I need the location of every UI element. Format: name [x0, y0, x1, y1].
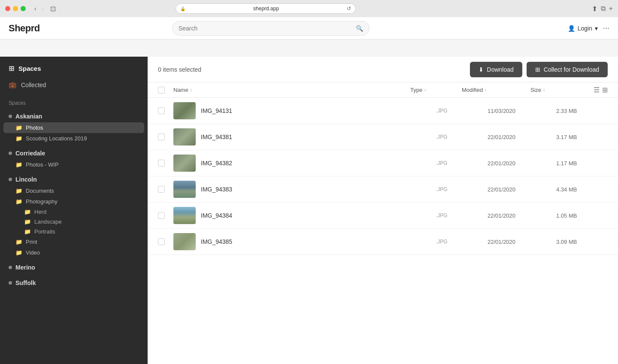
sidebar-subfolder-portraits[interactable]: 📁 Portraits [0, 227, 148, 237]
dot-icon [9, 266, 12, 269]
url-bar[interactable]: 🔒 sheprd.app ↺ [176, 3, 356, 14]
reload-button[interactable]: ↺ [347, 6, 351, 12]
sidebar-item-corriedale[interactable]: Corriedale [0, 147, 148, 159]
url-text: sheprd.app [188, 6, 344, 12]
column-modified[interactable]: Modified ↕ [462, 87, 530, 93]
select-all-check[interactable] [158, 87, 173, 94]
file-modified: 22/01/2020 [488, 160, 556, 167]
sidebar-subfolder-herd[interactable]: 📁 Herd [0, 207, 148, 217]
briefcase-icon: 💼 [9, 81, 17, 89]
close-button[interactable] [5, 6, 10, 11]
row-checkbox[interactable] [158, 238, 165, 245]
share-button[interactable]: ⬆ [592, 5, 597, 13]
search-input[interactable] [179, 25, 352, 32]
space-group-lincoln: Lincoln 📁 Documents 📁 Photography 📁 Herd… [0, 172, 148, 260]
sidebar-folder-photos-wip[interactable]: 📁 Photos - WIP [0, 159, 148, 170]
select-all-checkbox[interactable] [158, 87, 165, 94]
dot-icon [9, 152, 12, 155]
sidebar-spaces-label: Spaces [18, 65, 41, 72]
view-toggle: ☰ ⊞ [582, 86, 608, 94]
sidebar-folder-print[interactable]: 📁 Print [0, 237, 148, 247]
row-checkbox[interactable] [158, 107, 165, 114]
sidebar-item-merino[interactable]: Merino [0, 261, 148, 273]
folder-icon: 📁 [15, 135, 22, 142]
download-icon: ⬇ [479, 66, 484, 73]
row-checkbox[interactable] [158, 133, 165, 140]
file-thumbnail [173, 207, 196, 224]
sidebar-folder-documents[interactable]: 📁 Documents [0, 185, 148, 196]
back-button[interactable]: ‹ [33, 4, 38, 13]
sidebar-collected-label: Collected [21, 82, 46, 88]
sort-modified-icon: ↕ [485, 88, 487, 92]
more-options-button[interactable]: ··· [603, 24, 609, 33]
file-name: IMG_94385 [201, 238, 436, 245]
dot-icon [9, 281, 12, 285]
column-name[interactable]: Name ↕ [173, 87, 410, 93]
table-row[interactable]: IMG_94383 .JPG 22/01/2020 4.34 MB [148, 176, 618, 203]
sort-name-icon: ↕ [190, 88, 192, 92]
grid-view-button[interactable]: ⊞ [602, 86, 608, 94]
sort-type-icon: ↕ [424, 88, 426, 92]
file-type: .JPG [436, 186, 488, 192]
file-size: 3.17 MB [556, 134, 608, 140]
table-row[interactable]: IMG_94131 .JPG 11/03/2020 2.33 MB [148, 98, 618, 124]
below-header: ⊞ Spaces 💼 Collected Spaces Askanian 📁 P… [0, 57, 618, 364]
titlebar-actions: ⬆ ⧉ + [592, 5, 613, 13]
sort-size-icon: ↕ [543, 88, 545, 92]
sidebar-item-lincoln[interactable]: Lincoln [0, 173, 148, 185]
file-name: IMG_94384 [201, 212, 436, 219]
download-button[interactable]: ⬇ Download [470, 62, 522, 77]
sidebar-item-collected[interactable]: 💼 Collected [0, 77, 148, 93]
sidebar-spaces-section-label: Spaces [0, 93, 148, 109]
search-icon[interactable]: 🔍 [356, 25, 363, 32]
add-tab-button[interactable]: + [609, 5, 613, 12]
file-type: .JPG [436, 160, 488, 166]
table-row[interactable]: IMG_94384 .JPG 22/01/2020 1.05 MB [148, 203, 618, 229]
sidebar-subfolder-landscape[interactable]: 📁 Landscape [0, 217, 148, 227]
file-thumbnail [173, 155, 196, 172]
app-header: Sheprd 🔍 👤 Login ▾ ··· [0, 17, 618, 39]
sidebar-item-spaces[interactable]: ⊞ Spaces [0, 60, 148, 77]
file-name: IMG_94383 [201, 186, 436, 193]
row-checkbox[interactable] [158, 186, 165, 193]
file-size: 1.17 MB [556, 160, 608, 167]
file-size: 1.05 MB [556, 212, 608, 219]
minimize-button[interactable] [13, 6, 18, 11]
search-bar[interactable]: 🔍 [172, 21, 370, 36]
sidebar-folder-scouting[interactable]: 📁 Scouting Locations 2019 [0, 133, 148, 144]
new-tab-button[interactable]: ⧉ [601, 5, 606, 12]
file-type: .JPG [436, 134, 488, 140]
table-row[interactable]: IMG_94382 .JPG 22/01/2020 1.17 MB [148, 150, 618, 176]
sidebar-item-askanian[interactable]: Askanian [0, 110, 148, 122]
file-modified: 22/01/2020 [488, 186, 556, 193]
folder-icon: 📁 [15, 198, 22, 205]
space-group-askanian: Askanian 📁 Photos 📁 Scouting Locations 2… [0, 109, 148, 146]
folder-icon: 📁 [15, 249, 22, 256]
table-row[interactable]: IMG_94385 .JPG 22/01/2020 3.09 MB [148, 229, 618, 255]
row-checkbox[interactable] [158, 212, 165, 219]
sidebar-item-suffolk[interactable]: Suffolk [0, 277, 148, 289]
table-row[interactable]: IMG_94381 .JPG 22/01/2020 3.17 MB [148, 124, 618, 150]
lock-icon: 🔒 [180, 6, 185, 11]
sidebar-folder-video[interactable]: 📁 Video [0, 247, 148, 258]
action-bar: 0 items selected ⬇ Download ⊞ Collect fo… [148, 57, 618, 82]
collect-icon: ⊞ [535, 66, 540, 73]
sidebar-folder-photos[interactable]: 📁 Photos [3, 122, 144, 133]
dot-icon [9, 115, 12, 118]
login-button[interactable]: 👤 Login ▾ [568, 25, 598, 32]
chevron-down-icon: ▾ [595, 25, 598, 32]
file-type: .JPG [436, 239, 488, 245]
column-size[interactable]: Size ↕ [530, 87, 582, 93]
forward-button[interactable]: › [40, 4, 45, 13]
column-type[interactable]: Type ↕ [410, 87, 462, 93]
sidebar-toggle-button[interactable]: ⊡ [50, 5, 56, 13]
file-list-header: Name ↕ Type ↕ Modified ↕ Size ↕ ☰ ⊞ [148, 82, 618, 98]
file-modified: 22/01/2020 [488, 239, 556, 245]
collect-for-download-button[interactable]: ⊞ Collect for Download [527, 62, 608, 77]
file-thumbnail [173, 181, 196, 198]
row-checkbox[interactable] [158, 160, 165, 167]
list-view-button[interactable]: ☰ [594, 86, 600, 94]
items-selected-label: 0 items selected [158, 66, 470, 73]
maximize-button[interactable] [21, 6, 26, 11]
sidebar-folder-photography[interactable]: 📁 Photography [0, 196, 148, 207]
